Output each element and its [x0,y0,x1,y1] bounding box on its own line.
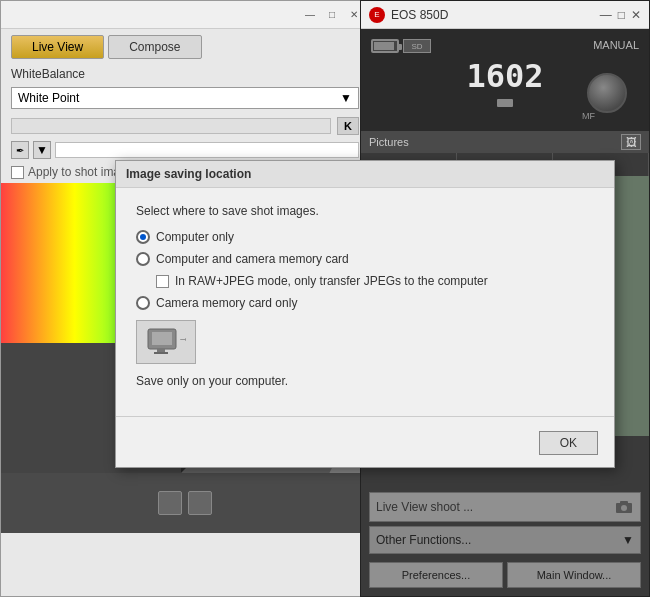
tool-icon-2[interactable] [188,491,212,515]
image-saving-dialog: Image saving location Select where to sa… [115,160,615,468]
camera-maximize-button[interactable]: □ [618,8,625,22]
apply-checkbox[interactable] [11,166,24,179]
svg-text:→: → [178,332,186,346]
other-functions-label: Other Functions... [376,533,471,547]
checkbox-raw-jpeg[interactable]: In RAW+JPEG mode, only transfer JPEGs to… [156,274,594,288]
camera-bottom-controls: Live View shoot ... Other Functions... ▼… [361,484,649,596]
af-indicator [497,99,513,107]
radio-option-computer-only[interactable]: Computer only [136,230,594,244]
other-functions-button[interactable]: Other Functions... ▼ [369,526,641,554]
svg-point-2 [621,505,627,511]
svg-rect-7 [154,352,168,354]
radio-computer-only[interactable] [136,230,150,244]
mode-display: MANUAL [593,39,639,51]
tool-icon-1[interactable] [158,491,182,515]
eyedropper-icon[interactable]: ✒ [11,141,29,159]
chevron-down-icon: ▼ [340,91,352,105]
sd-card-indicator: SD [403,39,431,53]
dropdown-arrow-icon[interactable]: ▼ [33,141,51,159]
radio-both-label: Computer and camera memory card [156,252,349,266]
preferences-main-row: Preferences... Main Window... [369,562,641,588]
live-view-shoot-button[interactable]: Live View shoot ... [369,492,641,522]
live-shoot-label: Live View shoot ... [376,500,473,514]
main-window-button[interactable]: Main Window... [507,562,641,588]
pictures-label: Pictures [369,136,409,148]
compose-tab[interactable]: Compose [108,35,201,59]
camera-minimize-button[interactable]: — [600,8,612,22]
save-note: Save only on your computer. [136,374,594,388]
monitor-with-arrow-icon: → [146,327,186,357]
dialog-titlebar: Image saving location [116,161,614,188]
radio-option-camera-only[interactable]: Camera memory card only [136,296,594,310]
camera-lcd-display: SD MANUAL 1602 MF [361,29,649,131]
dial-knob[interactable] [587,73,627,113]
app-titlebar: — □ ✕ [1,1,369,29]
svg-rect-6 [157,349,165,352]
camera-top-row: SD MANUAL [371,39,639,53]
minimize-button[interactable]: — [303,8,317,22]
camera-window-title: EOS 850D [391,8,594,22]
dialog-description: Select where to save shot images. [136,204,594,218]
camera-shoot-icon [614,499,634,515]
save-to-computer-icon-button[interactable]: → [136,320,196,364]
radio-camera-only-label: Camera memory card only [156,296,297,310]
mf-label: MF [371,111,595,121]
picture-icon: 🖼 [621,134,641,150]
dialog-footer: OK [116,425,614,467]
k-label: K [337,117,359,135]
dialog-divider [116,416,614,417]
preferences-button[interactable]: Preferences... [369,562,503,588]
camera-app-icon: E [369,7,385,23]
bottom-toolbar [1,473,369,533]
camera-titlebar: E EOS 850D — □ ✕ [361,1,649,29]
close-button[interactable]: ✕ [347,8,361,22]
chevron-down-icon: ▼ [622,533,634,547]
raw-jpeg-label: In RAW+JPEG mode, only transfer JPEGs to… [175,274,488,288]
pictures-bar: Pictures 🖼 [361,131,649,153]
radio-option-both[interactable]: Computer and camera memory card [136,252,594,266]
white-balance-label: WhiteBalance [1,65,369,83]
raw-jpeg-checkbox[interactable] [156,275,169,288]
radio-both[interactable] [136,252,150,266]
live-view-tab[interactable]: Live View [11,35,104,59]
battery-indicator [371,39,399,53]
dialog-title: Image saving location [126,167,251,181]
dropdown-value: White Point [18,91,79,105]
ok-button[interactable]: OK [539,431,598,455]
camera-window-buttons: — □ ✕ [600,8,641,22]
maximize-button[interactable]: □ [325,8,339,22]
svg-rect-5 [152,332,172,345]
radio-camera-only[interactable] [136,296,150,310]
svg-rect-3 [620,501,628,504]
camera-close-button[interactable]: ✕ [631,8,641,22]
dialog-content: Select where to save shot images. Comput… [116,188,614,404]
radio-computer-only-label: Computer only [156,230,234,244]
white-balance-dropdown[interactable]: White Point ▼ [11,87,359,109]
view-tab-bar: Live View Compose [1,29,369,65]
